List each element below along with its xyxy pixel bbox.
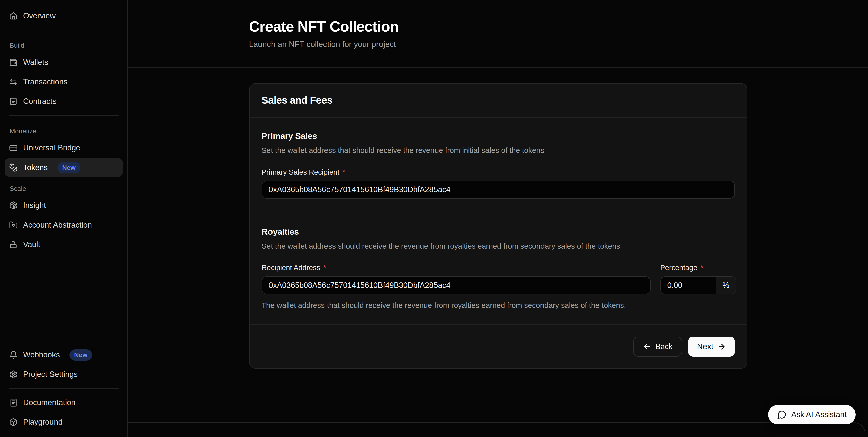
credit-card-icon — [9, 144, 18, 152]
sidebar-divider — [8, 115, 119, 116]
primary-sales-recipient-input[interactable] — [262, 181, 735, 199]
primary-sales-section: Primary Sales Set the wallet address tha… — [250, 118, 747, 213]
bell-icon — [9, 351, 18, 359]
sidebar-item-label: Wallets — [23, 58, 48, 67]
document-icon — [9, 97, 18, 106]
required-asterisk: * — [342, 168, 345, 176]
sidebar-item-wallets[interactable]: Wallets — [4, 53, 123, 71]
sidebar-item-insight[interactable]: Insight — [4, 196, 123, 215]
page-body: Sales and Fees Primary Sales Set the wal… — [128, 68, 868, 369]
royalties-fields-row: Recipient Address * Percentage * — [262, 251, 735, 294]
sidebar-item-documentation[interactable]: Documentation — [4, 393, 123, 412]
sidebar-item-label: Vault — [23, 240, 40, 249]
sidebar-spacer — [4, 254, 123, 345]
chat-bubble-icon — [777, 410, 786, 419]
royalty-recipient-input[interactable] — [262, 276, 651, 294]
gear-icon — [9, 370, 18, 379]
royalty-percentage-field: Percentage * % — [660, 251, 736, 294]
book-icon — [9, 398, 18, 407]
sidebar-item-webhooks[interactable]: Webhooks New — [4, 346, 123, 364]
sidebar-item-label: Insight — [23, 201, 46, 210]
sidebar-item-label: Project Settings — [23, 370, 78, 379]
sidebar-item-transactions[interactable]: Transactions — [4, 72, 123, 91]
card-header: Sales and Fees — [250, 84, 747, 118]
sidebar-item-account-abstraction[interactable]: Account Abstraction — [4, 216, 123, 234]
sidebar-item-label: Playground — [23, 418, 63, 427]
percentage-input[interactable] — [661, 277, 716, 294]
percentage-input-group: % — [660, 276, 736, 294]
recipient-address-label: Recipient Address * — [262, 264, 651, 272]
next-button[interactable]: Next — [688, 337, 735, 356]
sidebar-item-contracts[interactable]: Contracts — [4, 92, 123, 111]
percent-suffix: % — [716, 277, 736, 294]
sidebar-item-label: Account Abstraction — [23, 220, 92, 229]
coins-icon — [9, 163, 18, 172]
sidebar-section-scale: Scale — [9, 185, 123, 193]
required-asterisk: * — [323, 264, 326, 272]
main-content: Create NFT Collection Launch an NFT coll… — [128, 0, 868, 437]
required-asterisk: * — [701, 264, 703, 272]
sidebar-item-label: Transactions — [23, 77, 67, 86]
sidebar-item-label: Universal Bridge — [23, 144, 80, 152]
sidebar-item-universal-bridge[interactable]: Universal Bridge — [4, 138, 123, 157]
sidebar-item-label: Documentation — [23, 398, 75, 407]
royalties-section: Royalties Set the wallet address should … — [250, 213, 747, 324]
home-icon — [9, 11, 18, 20]
sidebar-item-label: Webhooks — [23, 350, 60, 360]
royalties-heading: Royalties — [262, 227, 735, 237]
sidebar-item-tokens[interactable]: Tokens New — [4, 158, 123, 177]
sidebar-section-build: Build — [9, 42, 123, 50]
card-footer: Back Next — [250, 324, 747, 368]
royalty-address-field: Recipient Address * — [262, 251, 651, 294]
sidebar-divider — [8, 30, 119, 30]
bottom-frame-border — [128, 423, 866, 437]
page-header: Create NFT Collection Launch an NFT coll… — [128, 0, 868, 68]
new-badge: New — [69, 349, 92, 361]
sidebar: Overview Build Wallets Transactions Cont… — [0, 0, 128, 437]
arrows-left-right-icon — [9, 77, 18, 86]
dashed-top-divider — [128, 3, 868, 4]
sidebar-divider — [8, 388, 119, 389]
new-badge: New — [57, 162, 80, 173]
royalty-helper-text: The wallet address that should receive t… — [262, 301, 735, 310]
sidebar-item-label: Overview — [23, 11, 56, 20]
card-title: Sales and Fees — [262, 95, 735, 106]
arrow-left-icon — [643, 342, 651, 351]
sidebar-item-vault[interactable]: Vault — [4, 235, 123, 254]
app-root: Overview Build Wallets Transactions Cont… — [0, 0, 868, 437]
sidebar-item-label: Tokens — [23, 163, 48, 172]
sidebar-item-label: Contracts — [23, 97, 57, 106]
back-button[interactable]: Back — [633, 337, 682, 356]
arrow-right-icon — [717, 342, 726, 351]
sales-and-fees-card: Sales and Fees Primary Sales Set the wal… — [249, 83, 747, 369]
sidebar-item-playground[interactable]: Playground — [4, 413, 123, 432]
sidebar-item-overview[interactable]: Overview — [4, 6, 123, 25]
page-subtitle: Launch an NFT collection for your projec… — [249, 40, 747, 49]
sidebar-section-monetize: Monetize — [9, 127, 123, 135]
sidebar-item-project-settings[interactable]: Project Settings — [4, 365, 123, 384]
page-title: Create NFT Collection — [249, 18, 747, 36]
folder-shield-icon — [9, 221, 18, 229]
cube-icon — [9, 418, 18, 427]
royalties-description: Set the wallet address should receive th… — [262, 241, 735, 251]
lock-icon — [9, 240, 18, 249]
primary-sales-recipient-label: Primary Sales Recipient * — [262, 168, 735, 176]
percentage-label: Percentage * — [660, 264, 736, 272]
primary-sales-description: Set the wallet address that should recei… — [262, 146, 735, 155]
wallet-icon — [9, 58, 18, 67]
package-search-icon — [9, 201, 18, 210]
ask-ai-assistant-button[interactable]: Ask AI Assistant — [768, 405, 856, 425]
primary-sales-heading: Primary Sales — [262, 131, 735, 141]
